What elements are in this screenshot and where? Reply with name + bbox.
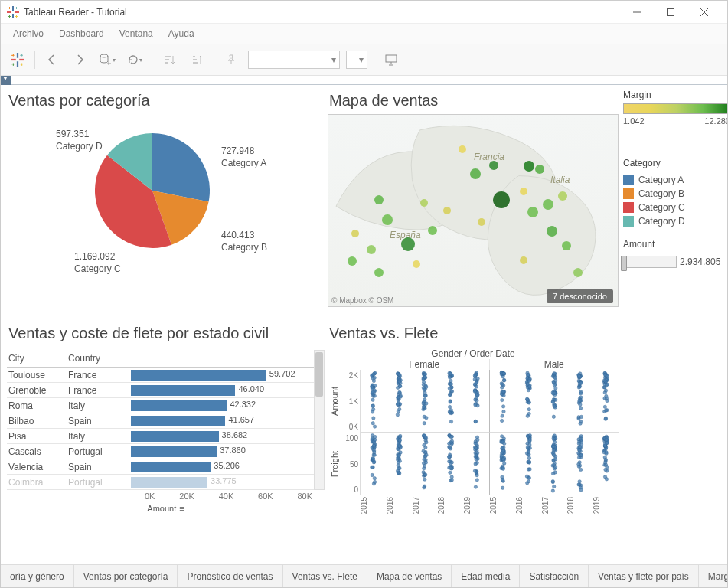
sheet-tab[interactable]: Ventas por categoría [74,565,178,587]
svg-point-193 [474,403,477,407]
map-dot[interactable] [524,161,534,172]
legend-category-d[interactable]: Category D [623,214,727,228]
sheet-tab[interactable]: Ventas y flete por país [589,565,699,587]
bar-row[interactable]: ToulouseFrance59.702 [7,368,314,383]
map-dot[interactable] [520,188,527,195]
legend-category-a[interactable]: Category A [623,173,727,187]
svg-point-629 [553,440,556,443]
scatter-col-male[interactable]: Male [490,359,619,370]
forward-button[interactable] [69,49,90,70]
map-dot[interactable] [374,195,384,204]
tableau-logo-icon[interactable] [7,49,28,70]
svg-point-375 [371,466,374,469]
map-dot[interactable] [489,161,498,170]
svg-point-591 [527,456,530,459]
sheet-tab[interactable]: Ventas vs. Flete [283,565,367,587]
presentation-button[interactable] [380,49,402,70]
menu-ayuda[interactable]: Ayuda [162,25,201,42]
bars-scrollbar[interactable] [314,350,325,490]
map-dot[interactable] [493,191,510,208]
pie-title: Ventas por categoría [7,88,325,114]
map-dot[interactable] [374,268,384,277]
map-dot[interactable] [428,226,437,235]
map-dot[interactable] [543,199,553,210]
bar-row[interactable]: ValenciaSpain35.206 [7,459,314,475]
pin-button[interactable] [220,49,242,70]
maximize-button[interactable] [654,2,687,23]
bar-row[interactable]: CoimbraPortugal33.775 [7,475,314,490]
map-dot[interactable] [348,256,357,266]
minimize-button[interactable] [620,2,654,23]
map-dot[interactable] [527,207,538,217]
map-dot[interactable] [520,256,527,264]
scatter-y-freight: Freight [328,433,341,495]
menu-archivo[interactable]: Archivo [7,25,50,42]
sheet-tab[interactable]: Satisfacción [520,565,589,587]
sort-desc-button[interactable] [186,49,207,70]
panel-map[interactable]: Mapa de ventas Francia España Italia [328,88,619,318]
svg-point-596 [552,485,555,488]
legend-category-b[interactable]: Category B [623,187,727,201]
legend-margin-gradient[interactable] [623,103,727,114]
refresh-button[interactable]: ▾ [124,49,145,70]
bar-row[interactable]: BilbaoSpain41.657 [7,413,314,429]
bars-col-city[interactable]: City [7,350,67,368]
map-dot[interactable] [413,260,420,268]
bar-city: Coimbra [7,475,67,490]
map-dot[interactable] [420,199,428,207]
sort-asc-button[interactable] [158,49,180,70]
bar-city: Grenoble [7,383,67,398]
svg-point-136 [423,375,426,378]
map-dot[interactable] [459,145,466,153]
scatter-cell[interactable] [489,433,619,495]
highlight-dropdown[interactable]: ▾ [346,51,367,69]
panel-pie[interactable]: Ventas por categoría 727.948 Category A … [7,88,325,318]
svg-point-356 [606,399,609,402]
close-button[interactable] [687,2,721,23]
sheet-tab[interactable]: oría y género [1,565,74,587]
bar-row[interactable]: CascaisPortugal37.860 [7,444,314,459]
bar-row[interactable]: RomaItaly42.332 [7,398,314,413]
map-dot[interactable] [367,245,376,254]
map-unknown-badge[interactable]: 7 desconocido [547,289,613,303]
svg-point-464 [449,471,452,474]
map-dot[interactable] [535,165,544,174]
back-button[interactable] [41,49,63,70]
dashboard-menu-toggle[interactable] [1,76,11,85]
map-dot[interactable] [558,191,567,201]
bar-row[interactable]: GrenobleFrance46.040 [7,383,314,398]
legend-category-c[interactable]: Category C [623,201,727,214]
svg-point-166 [450,390,453,393]
bar-country: Italy [67,429,129,444]
menu-ventana[interactable]: Ventana [113,25,159,42]
svg-rect-25 [11,64,14,64]
map-dot[interactable] [573,268,583,277]
bars-col-country[interactable]: Country [67,350,129,368]
bar-row[interactable]: PisaItaly38.682 [7,429,314,444]
map-dot[interactable] [401,237,415,251]
map-dot[interactable] [547,226,557,237]
sheet-tab[interactable]: Pronóstico de ventas [178,565,282,587]
map-dot[interactable] [351,230,359,237]
map-dot[interactable] [478,218,485,226]
panel-bars[interactable]: Ventas y coste de flete por estado civil… [7,321,325,564]
menu-dashboard[interactable]: Dashboard [53,25,110,42]
amount-filter-slider[interactable] [623,256,677,268]
map-dot[interactable] [562,241,571,250]
scatter-cell[interactable] [489,370,619,433]
sheet-tab[interactable]: Edad media [452,565,520,587]
map-view[interactable]: Francia España Italia [328,114,619,307]
map-dot[interactable] [470,168,481,179]
scatter-col-female[interactable]: Female [360,359,490,370]
map-dot[interactable] [443,207,451,214]
scatter-cell[interactable] [360,433,489,495]
panel-scatter[interactable]: Ventas vs. Flete Gender / Order Date Fem… [328,321,619,564]
sheet-tab[interactable]: Mapa de ventas [367,565,452,587]
svg-point-340 [604,417,607,420]
map-dot[interactable] [382,214,393,225]
svg-point-200 [473,390,476,393]
highlight-input[interactable]: ▾ [248,51,340,69]
scatter-cell[interactable] [360,370,489,433]
sheet-tab[interactable]: Margen vs. Am [699,565,727,587]
datasource-button[interactable]: ▾ [96,49,118,70]
